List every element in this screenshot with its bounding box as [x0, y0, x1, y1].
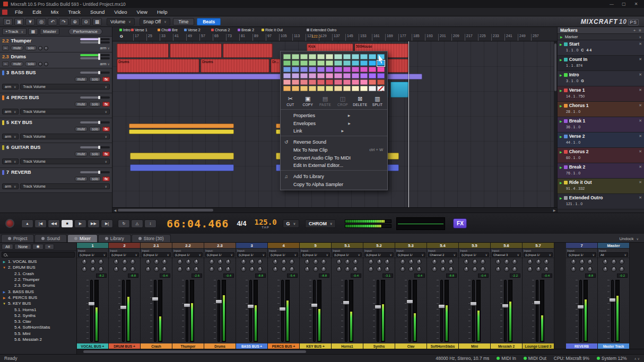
marker-locate-icon[interactable] [560, 119, 562, 123]
marker-delete-icon[interactable] [639, 73, 642, 77]
eq-low-knob[interactable] [145, 267, 151, 272]
send-knob[interactable] [162, 259, 167, 264]
eq-mid-knob[interactable] [345, 267, 350, 272]
context-menu-item[interactable]: Mix To New Clip ctrl + W [281, 146, 387, 154]
marker-row[interactable]: Verse 2 44 . 1 . 0 [558, 133, 644, 148]
solo-button[interactable]: solo [89, 77, 101, 82]
eq-mid-knob[interactable] [408, 267, 414, 272]
color-swatch[interactable] [360, 80, 368, 85]
tab-store[interactable]: Store (30) [132, 234, 171, 242]
fader-track[interactable] [504, 280, 507, 342]
color-swatch[interactable] [352, 86, 359, 91]
tree-item[interactable]: 2.2. Thumper [0, 277, 76, 282]
pan-knob[interactable] [122, 259, 127, 264]
tree-item[interactable]: ▶ 4. PERCS BUS [0, 295, 76, 301]
channel-number[interactable]: 5.6 [491, 243, 522, 249]
midi-in-status[interactable]: MIDI In [497, 356, 516, 361]
menu-item[interactable]: Track [63, 8, 85, 16]
tab-mixer[interactable]: Mixer [67, 234, 98, 242]
channel-number[interactable]: 5.3 [395, 243, 427, 249]
audio-clip[interactable] [390, 82, 408, 98]
color-swatch[interactable] [360, 73, 368, 78]
pan-knob[interactable] [281, 259, 286, 264]
eq-high-knob[interactable] [98, 267, 103, 272]
channel-name[interactable]: Lounge Lizard 3 [523, 343, 554, 349]
automation-select[interactable]: Track Volume [20, 84, 110, 90]
eq-high-knob[interactable] [289, 267, 294, 272]
color-swatch[interactable] [326, 54, 333, 59]
tree-expand-icon[interactable]: ▼ [2, 302, 6, 305]
bus-track-row[interactable]: 3 BASS BUS mute solo fx arm Track Volume [0, 68, 112, 93]
marker-name[interactable]: Chorus 1 [569, 103, 638, 108]
channel-number[interactable]: 7 [566, 243, 597, 249]
color-swatch[interactable] [317, 67, 325, 72]
section-marker[interactable]: Extended Outro [307, 28, 336, 32]
eq-low-knob[interactable] [82, 267, 87, 272]
eq-mid-knob[interactable] [313, 267, 318, 272]
performance-panel-button[interactable]: Performance [68, 28, 102, 35]
fast-forward-button[interactable]: ▶▶ [88, 219, 100, 228]
color-swatch[interactable] [283, 67, 291, 72]
channel-number[interactable]: 5.1 [332, 243, 363, 249]
tree-expand-icon[interactable]: ▼ [2, 266, 6, 269]
tree-expand-icon[interactable]: ▶ [2, 290, 6, 294]
eq-low-knob[interactable] [114, 267, 119, 272]
collapse-panel-icon[interactable]: « [45, 244, 54, 250]
color-swatch[interactable] [309, 67, 316, 72]
new-project-icon[interactable]: ▢ [3, 18, 13, 25]
color-swatch[interactable] [309, 73, 316, 78]
marker-name[interactable]: Chorus 2 [569, 149, 638, 154]
channel-name[interactable]: Crash [141, 343, 172, 349]
eq-mid-knob[interactable] [122, 267, 127, 272]
gain-knob[interactable] [177, 259, 182, 264]
fader-track[interactable] [579, 280, 582, 342]
color-swatch[interactable] [377, 86, 385, 91]
eq-low-knob[interactable] [177, 267, 182, 272]
marker-row[interactable]: Intro 3 . 1 . 0 G [558, 71, 644, 86]
maximize-button[interactable] [619, 2, 629, 6]
pan-knob[interactable] [186, 259, 191, 264]
eq-high-knob[interactable] [321, 267, 326, 272]
marker-locate-icon[interactable] [560, 58, 562, 61]
tree-item[interactable]: 5.6. Messiah 2 [0, 337, 76, 342]
solo-button[interactable]: solo [25, 61, 37, 66]
track-volume-slider[interactable] [80, 171, 110, 173]
volume-select[interactable]: Volume [107, 18, 135, 25]
pan-knob[interactable] [90, 259, 95, 264]
marker-name[interactable]: Verse 1 [569, 87, 638, 93]
fader-track[interactable] [186, 280, 188, 342]
fx-button[interactable]: fx [102, 176, 110, 181]
arm-select[interactable]: arm [2, 158, 19, 164]
track-knob[interactable] [44, 46, 48, 50]
tree-item[interactable]: ▼ 2. DRUM BUS [0, 264, 76, 270]
gain-knob[interactable] [495, 259, 501, 264]
mute-button[interactable]: mute [75, 127, 88, 131]
section-marker[interactable]: Verse 1 [131, 28, 147, 32]
eq-high-knob[interactable] [448, 267, 454, 272]
eq-low-knob[interactable] [527, 267, 533, 272]
open-project-icon[interactable]: ▣ [14, 18, 24, 25]
section-marker[interactable]: Bre [168, 28, 178, 32]
mute-button[interactable]: mute [75, 102, 88, 107]
color-swatch[interactable] [300, 67, 308, 72]
color-swatch[interactable] [360, 54, 368, 59]
eq-high-knob[interactable] [162, 267, 167, 272]
color-swatch[interactable] [283, 86, 291, 91]
channel-number[interactable]: 5.7 [523, 243, 554, 249]
color-swatch[interactable] [292, 67, 299, 72]
gain-knob[interactable] [304, 259, 310, 264]
channel-number[interactable]: Master [598, 243, 629, 249]
master-track-button[interactable]: Master [40, 28, 59, 35]
pan-knob[interactable] [313, 259, 318, 264]
context-menu-item[interactable]: ↺ Reverse Sound [281, 138, 387, 146]
color-swatch[interactable] [317, 86, 325, 91]
eq-high-knob[interactable] [353, 267, 358, 272]
marker-name[interactable]: Break 2 [569, 164, 638, 170]
marker-row[interactable]: Chorus 2 60 . 1 . 0 [558, 148, 644, 163]
marker-name[interactable]: Count In [569, 57, 638, 62]
scroll-left-icon[interactable] [112, 208, 118, 212]
marker-locate-icon[interactable] [560, 104, 562, 108]
color-swatch[interactable] [369, 54, 376, 59]
tree-item[interactable]: 5.3. Clav [0, 319, 76, 324]
section-marker[interactable]: Break 2 [238, 28, 254, 32]
